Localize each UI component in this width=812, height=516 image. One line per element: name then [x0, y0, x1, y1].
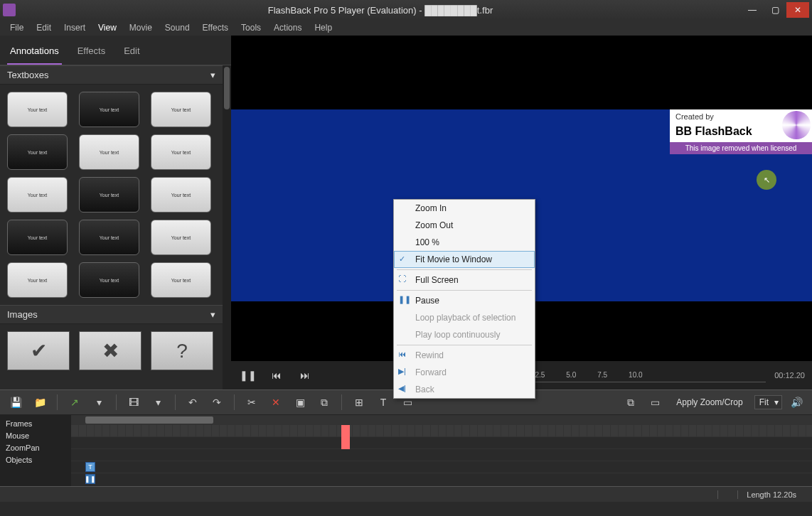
- textbox-style[interactable]: Your text: [151, 134, 211, 170]
- screen-button[interactable]: ▭: [645, 393, 665, 412]
- cut-button[interactable]: ✂: [242, 393, 262, 412]
- apply-zoom-crop[interactable]: Apply Zoom/Crop: [669, 397, 749, 407]
- save-button[interactable]: 💾: [6, 393, 26, 412]
- pause-button[interactable]: ❚❚: [238, 365, 258, 385]
- status-length: Length 12.20s: [737, 490, 805, 499]
- time-ruler[interactable]: 0s 2.5 5.0 7.5 10.0 ▼: [499, 368, 766, 382]
- cm-loop-cont: Play loop continuously: [394, 326, 535, 343]
- menu-view[interactable]: View: [92, 21, 122, 34]
- dropdown-icon[interactable]: ▾: [148, 393, 168, 412]
- context-menu: Zoom In Zoom Out 100 % ✓Fit Movie to Win…: [393, 199, 535, 399]
- textbox-style[interactable]: Your text: [79, 92, 139, 127]
- fit-select[interactable]: Fit: [754, 395, 782, 409]
- menu-file[interactable]: File: [4, 21, 29, 34]
- tab-edit[interactable]: Edit: [121, 41, 142, 65]
- section-textboxes[interactable]: Textboxes ▾: [0, 65, 223, 85]
- maximize-button[interactable]: ▢: [764, 2, 786, 18]
- titlebar: FlashBack Pro 5 Player (Evaluation) - ██…: [0, 0, 812, 20]
- image-check[interactable]: ✔: [7, 331, 70, 370]
- cm-separator: [397, 345, 532, 345]
- menubar: File Edit Insert View Movie Sound Effect…: [0, 20, 812, 36]
- track-label-mouse[interactable]: Mouse: [6, 431, 65, 444]
- side-panel: Annotations Effects Edit Textboxes ▾ You…: [0, 36, 231, 389]
- textbox-style[interactable]: Your text: [79, 134, 139, 170]
- textbox-style[interactable]: Your text: [7, 134, 68, 170]
- cm-fit-window[interactable]: ✓Fit Movie to Window: [394, 251, 535, 268]
- tracks-area[interactable]: T ❚❚: [71, 415, 812, 486]
- export-button[interactable]: 🎞: [124, 393, 144, 412]
- textbox-button[interactable]: T: [373, 393, 393, 412]
- cm-pause[interactable]: ❚❚Pause: [394, 292, 535, 309]
- share-button[interactable]: ↗: [65, 393, 85, 412]
- volume-button[interactable]: 🔊: [786, 393, 806, 412]
- menu-sound[interactable]: Sound: [159, 21, 196, 34]
- textbox-style[interactable]: Your text: [7, 92, 68, 127]
- ruler-tick: 5.0: [566, 371, 576, 379]
- open-button[interactable]: 📁: [30, 393, 50, 412]
- section-images[interactable]: Images ▾: [0, 305, 223, 324]
- copy-button[interactable]: ⧉: [621, 393, 641, 412]
- status-empty: [717, 490, 737, 499]
- back-icon: ◀|: [398, 384, 410, 393]
- textbox-style[interactable]: Your text: [151, 262, 211, 298]
- side-scrollbar[interactable]: [223, 65, 231, 389]
- menu-actions[interactable]: Actions: [268, 21, 307, 34]
- track-label-objects[interactable]: Objects: [6, 456, 65, 468]
- textbox-style[interactable]: Your text: [151, 177, 211, 213]
- image-cross[interactable]: ✖: [79, 331, 141, 370]
- next-button[interactable]: ⏭: [295, 365, 315, 385]
- menu-tools[interactable]: Tools: [235, 21, 267, 34]
- menu-insert[interactable]: Insert: [58, 21, 91, 34]
- insert-text-button[interactable]: ⊞: [349, 393, 369, 412]
- track-frames[interactable]: [71, 425, 812, 437]
- cm-zoom-in[interactable]: Zoom In: [394, 200, 535, 217]
- object-text-icon[interactable]: T: [85, 462, 95, 472]
- cm-separator: [397, 269, 532, 270]
- delete-button[interactable]: ✕: [266, 393, 286, 412]
- minimize-button[interactable]: —: [741, 2, 764, 18]
- ruler-tick: 10.0: [629, 371, 642, 379]
- cm-fullscreen[interactable]: ⛶Full Screen: [394, 272, 535, 289]
- timeline-scrollbar[interactable]: [71, 415, 812, 425]
- menu-help[interactable]: Help: [309, 21, 338, 34]
- textbox-style[interactable]: Your text: [79, 262, 139, 298]
- close-button[interactable]: ✕: [786, 2, 809, 18]
- rewind-icon: ⏮: [398, 350, 410, 358]
- menu-edit[interactable]: Edit: [31, 21, 57, 34]
- tab-effects[interactable]: Effects: [75, 41, 109, 65]
- textbox-style[interactable]: Your text: [79, 177, 139, 213]
- ruler-tick: 2.5: [535, 371, 545, 379]
- cm-zoom-out[interactable]: Zoom Out: [394, 217, 535, 234]
- track-label-frames[interactable]: Frames: [6, 419, 65, 431]
- total-time: 00:12.20: [774, 371, 805, 380]
- textbox-style[interactable]: Your text: [79, 220, 139, 255]
- menu-movie[interactable]: Movie: [124, 21, 158, 34]
- trim-button[interactable]: ⧉: [314, 393, 334, 412]
- cm-back: ◀|Back: [394, 381, 535, 398]
- menu-effects[interactable]: Effects: [197, 21, 234, 34]
- redo-button[interactable]: ↷: [207, 393, 227, 412]
- textbox-grid: Your text Your text Your text Your text …: [0, 85, 223, 305]
- section-images-label: Images: [7, 309, 38, 320]
- playhead[interactable]: [341, 425, 350, 449]
- undo-button[interactable]: ↶: [183, 393, 203, 412]
- crop-button[interactable]: ▣: [290, 393, 310, 412]
- cm-rewind: ⏮Rewind: [394, 347, 535, 364]
- track-label-zoompan[interactable]: ZoomPan: [6, 444, 65, 456]
- track-objects[interactable]: T ❚❚: [71, 461, 812, 473]
- section-textboxes-label: Textboxes: [7, 70, 49, 80]
- textbox-style[interactable]: Your text: [7, 177, 68, 213]
- tab-annotations[interactable]: Annotations: [7, 41, 62, 65]
- track-zoompan[interactable]: [71, 449, 812, 461]
- textbox-style[interactable]: Your text: [7, 220, 68, 255]
- prev-button[interactable]: ⏮: [267, 365, 287, 385]
- image-question[interactable]: ?: [151, 331, 213, 370]
- track-mouse[interactable]: [71, 437, 812, 449]
- object-pause-icon[interactable]: ❚❚: [85, 474, 95, 484]
- textbox-style[interactable]: Your text: [151, 220, 211, 255]
- cm-100pct[interactable]: 100 %: [394, 234, 535, 251]
- textbox-style[interactable]: Your text: [7, 262, 68, 298]
- dropdown-icon[interactable]: ▾: [89, 393, 109, 412]
- textbox-style[interactable]: Your text: [151, 92, 211, 127]
- watermark-notice: This image removed when licensed: [670, 142, 812, 154]
